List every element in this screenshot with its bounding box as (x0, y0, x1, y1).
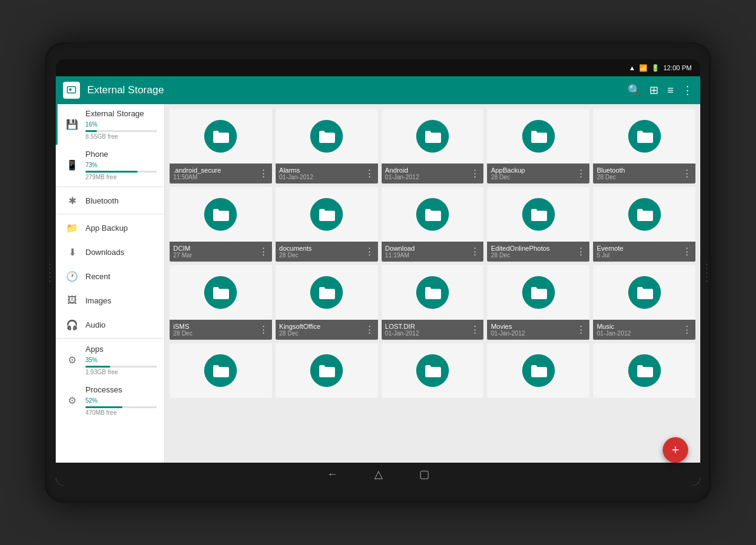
file-name: Evernote (597, 245, 623, 252)
file-card[interactable]: KingsoftOffice28 Dec⋮ (276, 265, 378, 340)
sidebar-item-images[interactable]: 🖼Images (56, 288, 164, 312)
folder-icon (628, 354, 661, 387)
sidebar-sub: 279MB free (85, 174, 157, 180)
sidebar-label-recent: Recent (85, 272, 157, 281)
file-more-icon[interactable]: ⋮ (259, 247, 268, 257)
file-thumbnail (170, 343, 272, 398)
file-card[interactable]: EditedOnlinePhotos28 Dec⋮ (487, 187, 589, 262)
file-more-icon[interactable]: ⋮ (470, 247, 480, 257)
svg-rect-1 (69, 88, 71, 91)
sidebar-item-bluetooth[interactable]: ✱Bluetooth (56, 188, 164, 213)
sidebar-item-phone[interactable]: 📱Phone73%279MB free (56, 145, 164, 185)
filter-icon[interactable]: ≡ (667, 84, 674, 97)
file-thumbnail (382, 343, 484, 398)
file-date: 11:50AM (173, 174, 221, 180)
file-info: Alarms01-Jan-2012⋮ (276, 164, 378, 183)
file-name: LOST.DIR (385, 323, 419, 330)
folder-icon (416, 120, 449, 153)
sidebar-label-audio: Audio (85, 320, 157, 329)
file-info: Download11:19AM⋮ (382, 242, 484, 262)
sidebar-label-phone: Phone73%279MB free (85, 150, 157, 180)
sidebar-item-audio[interactable]: 🎧Audio (56, 312, 164, 337)
file-card[interactable]: Android01-Jan-2012⋮ (382, 109, 484, 183)
sidebar: 💾External Storage16%8.55GB free📱Phone73%… (56, 104, 165, 463)
sidebar-item-downloads[interactable]: ⬇Downloads (56, 240, 164, 264)
file-more-icon[interactable]: ⋮ (682, 169, 692, 179)
file-text: EditedOnlinePhotos28 Dec (491, 245, 549, 259)
file-more-icon[interactable]: ⋮ (682, 247, 692, 257)
recents-button[interactable]: ▢ (419, 467, 429, 481)
file-text: Download11:19AM (385, 245, 415, 259)
sidebar-sub: 8.55GB free (85, 133, 157, 140)
file-thumbnail (593, 343, 695, 398)
sidebar-label-downloads: Downloads (85, 248, 157, 257)
home-button[interactable]: △ (374, 467, 383, 481)
file-more-icon[interactable]: ⋮ (259, 325, 268, 335)
file-name: Movies (491, 323, 525, 330)
file-info: .android_secure11:50AM⋮ (170, 164, 272, 183)
file-thumbnail (593, 265, 695, 320)
file-card[interactable] (382, 343, 484, 398)
file-more-icon[interactable]: ⋮ (682, 325, 692, 335)
more-icon[interactable]: ⋮ (682, 84, 693, 97)
bluetooth-icon: ✱ (65, 193, 79, 208)
file-card[interactable]: Bluetooth28 Dec⋮ (593, 109, 695, 183)
folder-icon (204, 354, 237, 387)
sidebar-item-app-backup[interactable]: 📁App Backup (56, 216, 164, 240)
file-more-icon[interactable]: ⋮ (365, 325, 374, 335)
folder-icon (204, 198, 237, 231)
file-more-icon[interactable]: ⋮ (470, 325, 480, 335)
sidebar-label-apps: Apps35%1.93GB free (85, 345, 157, 375)
file-more-icon[interactable]: ⋮ (576, 247, 586, 257)
file-card[interactable]: LOST.DIR01-Jan-2012⋮ (382, 265, 484, 340)
file-card[interactable]: .android_secure11:50AM⋮ (170, 109, 272, 183)
file-card[interactable]: Movies01-Jan-2012⋮ (487, 265, 589, 340)
file-card[interactable] (487, 343, 589, 398)
file-date: 11:19AM (385, 252, 415, 259)
file-more-icon[interactable]: ⋮ (259, 169, 268, 179)
sd-icon: 💾 (65, 117, 79, 132)
file-more-icon[interactable]: ⋮ (365, 247, 374, 257)
sidebar-percent: 35% (85, 357, 98, 363)
file-more-icon[interactable]: ⋮ (576, 325, 586, 335)
back-button[interactable]: ← (327, 468, 338, 481)
sidebar-item-processes[interactable]: ⚙Processes52%470MB free (56, 380, 164, 421)
file-thumbnail (487, 265, 589, 320)
fab-add-button[interactable]: + (663, 437, 688, 463)
file-more-icon[interactable]: ⋮ (470, 169, 480, 179)
file-card[interactable]: Download11:19AM⋮ (382, 187, 484, 262)
sidebar-item-label: App Backup (85, 223, 157, 233)
file-card[interactable]: documents28 Dec⋮ (276, 187, 378, 262)
file-more-icon[interactable]: ⋮ (365, 169, 374, 179)
file-name: documents (279, 245, 312, 252)
file-thumbnail (382, 265, 484, 320)
sidebar-item-recent[interactable]: 🕐Recent (56, 264, 164, 288)
grid-icon[interactable]: ⊞ (649, 84, 658, 97)
search-icon[interactable]: 🔍 (628, 84, 641, 97)
file-card[interactable] (170, 343, 272, 398)
file-thumbnail (487, 109, 589, 164)
sidebar-item-external-storage[interactable]: 💾External Storage16%8.55GB free (56, 104, 164, 145)
sidebar-sub: 470MB free (85, 409, 157, 416)
file-card[interactable]: Evernote5 Jul⋮ (593, 187, 695, 262)
file-date: 28 Dec (597, 174, 625, 180)
folder-icon (628, 276, 661, 309)
file-card[interactable]: DCIM27 Mar⋮ (170, 187, 272, 262)
file-text: AppBackup28 Dec (491, 167, 525, 180)
sidebar-item-label: Phone (85, 150, 157, 159)
file-info: AppBackup28 Dec⋮ (487, 164, 589, 183)
file-text: .android_secure11:50AM (173, 167, 221, 180)
file-card[interactable]: iSMS28 Dec⋮ (170, 265, 272, 340)
file-card[interactable]: AppBackup28 Dec⋮ (487, 109, 589, 183)
file-card[interactable] (593, 343, 695, 398)
file-card[interactable]: Music01-Jan-2012⋮ (593, 265, 695, 340)
file-info: Music01-Jan-2012⋮ (593, 320, 695, 340)
file-card[interactable] (276, 343, 378, 398)
status-bar: ▲ 📶 🔋 12:00 PM (56, 59, 700, 76)
file-date: 01-Jan-2012 (385, 330, 419, 337)
file-card[interactable]: Alarms01-Jan-2012⋮ (276, 109, 378, 183)
sidebar-item-label: Images (85, 296, 157, 305)
audio-icon: 🎧 (65, 317, 79, 332)
file-more-icon[interactable]: ⋮ (576, 169, 586, 179)
sidebar-item-apps[interactable]: ⚙Apps35%1.93GB free (56, 340, 164, 380)
